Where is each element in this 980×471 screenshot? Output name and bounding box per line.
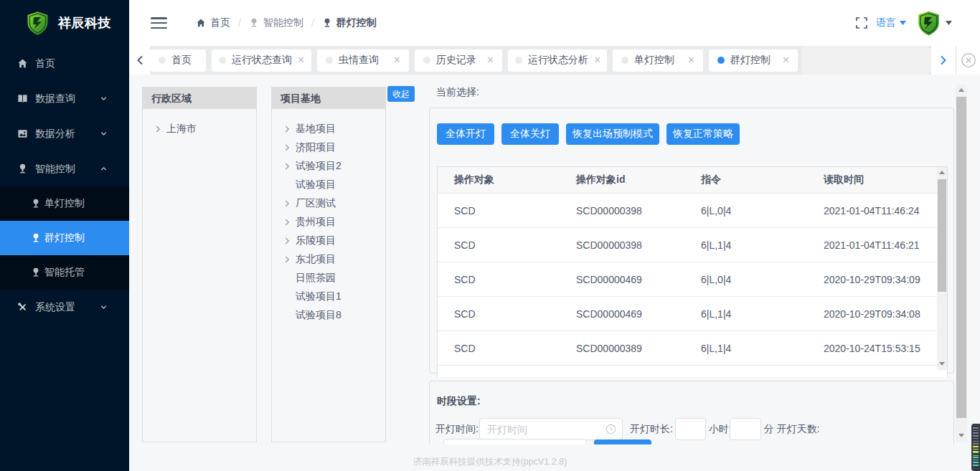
region-tree: 上海市 <box>143 109 256 138</box>
table-cell: SCD00000389 <box>563 343 688 354</box>
tabs-scroll-left-button[interactable] <box>129 46 150 75</box>
sidebar-item-smart-hosting[interactable]: 智能托管 <box>0 255 129 290</box>
duration-label: 开灯时长: <box>630 423 673 436</box>
table-row: SCDSCD000003896|L,1|42020-10-24T15:53:15 <box>438 331 947 366</box>
tree-item[interactable]: 试验项目1 <box>283 287 385 306</box>
days-label: 开灯天数: <box>777 423 820 436</box>
close-icon[interactable]: × <box>292 54 304 66</box>
tab-single-light-control[interactable]: 单灯控制 × <box>613 49 703 72</box>
tabs-scroll-right-button[interactable] <box>931 46 956 75</box>
fullscreen-icon[interactable] <box>855 16 868 29</box>
tree-item-shanghai[interactable]: 上海市 <box>154 120 256 138</box>
avatar-dropdown[interactable] <box>917 11 952 36</box>
table-cell: SCD00000469 <box>563 274 688 285</box>
restore-normal-strategy-button[interactable]: 恢复正常策略 <box>666 123 740 145</box>
table-cell: 2020-10-29T09:34:08 <box>811 308 947 320</box>
sidebar-item-data-analysis[interactable]: 数据分析 <box>0 116 129 151</box>
chevron-right-icon <box>283 125 291 133</box>
header: 首页 / 智能控制 / 群灯控制 语言 <box>129 0 980 46</box>
table-cell: 6|L,1|4 <box>688 308 811 320</box>
language-button[interactable]: 语言 <box>876 16 906 29</box>
tree-item[interactable]: 东北项目 <box>283 250 385 269</box>
project-panel-title: 项目基地 <box>272 87 385 109</box>
tree-indent <box>283 274 291 282</box>
confirm-button[interactable] <box>594 439 651 444</box>
breadcrumb-home[interactable]: 首页 <box>196 16 230 29</box>
tab-insect-query[interactable]: 虫情查询 × <box>317 49 409 72</box>
table-cell: 6|L,0|4 <box>688 205 811 217</box>
caret-down-icon <box>946 21 952 25</box>
sidebar-item-smart-control[interactable]: 智能控制 <box>0 151 129 186</box>
tree-item[interactable]: 试验项目2 <box>283 157 385 176</box>
tree-item[interactable]: 乐陵项目 <box>283 232 385 250</box>
tab-dot <box>219 57 226 64</box>
lamp-icon <box>31 267 41 277</box>
breadcrumb-smart-control[interactable]: 智能控制 <box>249 16 303 29</box>
collapse-button[interactable]: 收起 <box>387 86 415 102</box>
page-scrollbar[interactable] <box>956 85 967 442</box>
table-scrollbar[interactable] <box>937 167 947 370</box>
chevron-right-icon <box>283 237 291 245</box>
restore-factory-preset-button[interactable]: 恢复出场预制模式 <box>566 123 659 145</box>
brand-logo-icon <box>27 11 49 36</box>
close-icon[interactable]: × <box>388 54 400 66</box>
tree-item[interactable]: 试验项目8 <box>283 306 385 325</box>
off-time-input[interactable] <box>443 439 587 444</box>
tools-icon <box>17 302 28 313</box>
tab-dot <box>159 57 166 64</box>
table-cell: 6|L,0|4 <box>688 274 811 285</box>
close-icon[interactable]: × <box>682 54 694 66</box>
scrollbar-thumb[interactable] <box>956 97 966 418</box>
scroll-up-arrow[interactable] <box>958 88 964 92</box>
column-header: 操作对象id <box>563 173 688 186</box>
sidebar-item-home[interactable]: 首页 <box>0 46 129 81</box>
chevron-down-icon <box>100 95 108 103</box>
tab-run-status-analysis[interactable]: 运行状态分析 × <box>508 49 607 72</box>
sidebar-item-single-light-control[interactable]: 单灯控制 <box>0 186 129 221</box>
tab-group-light-control[interactable]: 群灯控制 × <box>709 49 798 72</box>
sidebar-item-group-light-control[interactable]: 群灯控制 <box>0 221 129 255</box>
close-icon[interactable]: × <box>588 54 600 66</box>
table-cell: 6|L,1|4 <box>688 239 811 251</box>
breadcrumb: 首页 / 智能控制 / 群灯控制 <box>196 0 377 46</box>
sidebar-item-data-query[interactable]: 数据查询 <box>0 81 129 116</box>
tree-item[interactable]: 厂区测试 <box>283 194 385 213</box>
chart-icon <box>17 128 28 139</box>
column-header: 读取时间 <box>811 173 947 186</box>
close-icon[interactable]: × <box>481 54 494 66</box>
table-header: 操作对象 操作对象id 指令 读取时间 <box>438 167 947 194</box>
header-right: 语言 <box>855 0 952 46</box>
scroll-up-arrow[interactable] <box>939 171 945 174</box>
all-lights-on-button[interactable]: 全体开灯 <box>437 123 494 145</box>
table-cell: SCD <box>438 239 563 251</box>
scrollbar-thumb[interactable] <box>938 179 946 292</box>
tree-indent <box>283 311 291 320</box>
duration-hour-input[interactable] <box>675 418 706 440</box>
table-row: SCDSCD000004696|L,0|42020-10-29T09:34:09 <box>438 262 947 297</box>
region-panel: 行政区域 上海市 <box>142 87 257 442</box>
project-tree: 基地项目济阳项目试验项目2试验项目厂区测试贵州项目乐陵项目东北项目日照茶园试验项… <box>272 109 385 325</box>
tab-home[interactable]: 首页 <box>150 49 206 72</box>
tree-item[interactable]: 基地项目 <box>283 120 385 138</box>
tree-item[interactable]: 日照茶园 <box>283 269 385 287</box>
tree-item[interactable]: 济阳项目 <box>283 138 385 157</box>
tab-run-status-query[interactable]: 运行状态查询 × <box>212 49 311 72</box>
tree-item[interactable]: 贵州项目 <box>283 213 385 232</box>
hamburger-menu-icon[interactable] <box>151 17 167 30</box>
schedule-title: 时段设置: <box>437 395 481 408</box>
tab-history[interactable]: 历史记录 × <box>415 49 502 72</box>
table-row: SCDSCD000003986|L,0|42021-01-04T11:46:24 <box>438 194 947 228</box>
all-lights-off-button[interactable]: 全体关灯 <box>501 123 559 145</box>
scroll-down-arrow[interactable] <box>939 362 945 366</box>
scroll-down-arrow[interactable] <box>958 434 964 437</box>
table-cell: 6|L,1|4 <box>688 343 811 354</box>
table-cell: SCD <box>438 343 563 354</box>
on-time-input[interactable] <box>479 418 623 440</box>
duration-minute-input[interactable] <box>730 418 761 440</box>
chevron-down-icon <box>100 303 108 311</box>
close-icon[interactable]: × <box>777 54 789 66</box>
close-all-tabs-button[interactable] <box>956 46 980 75</box>
tab-dot <box>515 57 522 64</box>
tree-item[interactable]: 试验项目 <box>283 176 385 194</box>
sidebar-item-system-settings[interactable]: 系统设置 <box>0 290 129 325</box>
